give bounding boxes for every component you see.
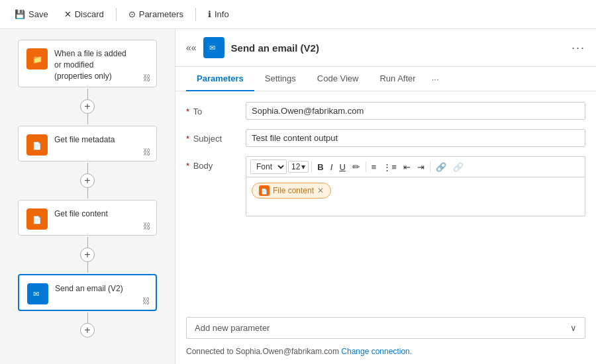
add-parameter-row[interactable]: Add new parameter ∨ bbox=[186, 317, 585, 339]
unordered-list-button[interactable]: ≡ bbox=[369, 161, 379, 173]
parameters-form: * To * Subject * Body bbox=[175, 91, 596, 317]
divider-3 bbox=[430, 161, 430, 172]
panel-header-left: «« ✉ Send an email (V2) bbox=[186, 37, 319, 58]
line-2 bbox=[87, 163, 88, 173]
action-icon: ✉ bbox=[203, 37, 224, 58]
svg-text:📁: 📁 bbox=[32, 54, 42, 64]
line-2b bbox=[87, 188, 88, 199]
line-3b bbox=[87, 262, 88, 273]
underline-button[interactable]: U bbox=[336, 161, 348, 173]
save-icon: 💾 bbox=[15, 9, 25, 19]
main-layout: 📁 When a file is addedor modified(proper… bbox=[0, 29, 596, 364]
tab-settings[interactable]: Settings bbox=[254, 67, 307, 91]
token-close-button[interactable]: ✕ bbox=[317, 186, 324, 195]
connection-info: Connected to Sophia.Owen@fabrikam.com Ch… bbox=[175, 347, 596, 364]
parameters-icon: ⊙ bbox=[128, 9, 136, 19]
token-icon: 📄 bbox=[259, 185, 270, 196]
content-link: ⛓ bbox=[143, 222, 151, 231]
toolbar-divider-2 bbox=[195, 8, 196, 21]
line-1b bbox=[87, 114, 88, 124]
connector-3: + bbox=[80, 237, 95, 273]
font-size-dropdown-icon[interactable]: ▾ bbox=[301, 162, 305, 171]
node-trigger[interactable]: 📁 When a file is addedor modified(proper… bbox=[18, 40, 157, 87]
add-step-1[interactable]: + bbox=[80, 99, 95, 114]
ordered-list-button[interactable]: ⋮≡ bbox=[380, 161, 399, 173]
subject-label: * Subject bbox=[186, 129, 246, 144]
content-label: Get file content bbox=[54, 208, 108, 220]
body-label: * Body bbox=[186, 156, 246, 171]
connector-2: + bbox=[80, 163, 95, 199]
token-label: File content bbox=[273, 186, 314, 195]
connection-email: Sophia.Owen@fabrikam.com bbox=[236, 347, 339, 356]
add-step-4[interactable]: + bbox=[80, 323, 95, 338]
tab-parameters[interactable]: Parameters bbox=[186, 67, 254, 91]
add-step-3[interactable]: + bbox=[80, 248, 95, 262]
file-content-token: 📄 File content ✕ bbox=[252, 183, 331, 199]
link-button[interactable]: 🔗 bbox=[433, 161, 449, 173]
italic-button[interactable]: I bbox=[328, 161, 336, 173]
divider-2 bbox=[366, 161, 366, 172]
tab-run-after[interactable]: Run After bbox=[369, 67, 426, 91]
svg-text:📄: 📄 bbox=[261, 188, 268, 195]
panel-header: «« ✉ Send an email (V2) ··· bbox=[175, 29, 596, 67]
add-parameter-chevron: ∨ bbox=[570, 323, 577, 333]
metadata-icon: 📄 bbox=[26, 134, 48, 156]
indent-right-button[interactable]: ⇥ bbox=[415, 161, 427, 173]
email-icon: ✉ bbox=[27, 283, 48, 304]
right-panel: «« ✉ Send an email (V2) ··· Parameters S… bbox=[175, 29, 596, 364]
node-content[interactable]: 📄 Get file content ⛓ bbox=[18, 200, 157, 236]
svg-text:✉: ✉ bbox=[209, 44, 215, 52]
to-row: * To bbox=[186, 102, 585, 120]
metadata-label: Get file metadata bbox=[54, 134, 115, 146]
trigger-icon: 📁 bbox=[26, 48, 48, 69]
discard-icon: ✕ bbox=[64, 9, 72, 19]
font-size-value: 12 bbox=[291, 162, 300, 171]
line-3 bbox=[87, 237, 88, 248]
add-parameter-label: Add new parameter bbox=[195, 323, 270, 333]
indent-left-button[interactable]: ⇤ bbox=[401, 161, 413, 173]
toolbar: 💾 Save ✕ Discard ⊙ Parameters ℹ Info bbox=[0, 0, 596, 29]
body-editor: Font 12 ▾ B I U ✏ ≡ ⋮≡ bbox=[246, 156, 585, 216]
discard-button[interactable]: ✕ Discard bbox=[58, 7, 111, 22]
trigger-link: ⛓ bbox=[143, 73, 151, 83]
email-label: Send an email (V2) bbox=[55, 283, 123, 295]
left-panel: 📁 When a file is addedor modified(proper… bbox=[0, 29, 175, 364]
font-size-control: 12 ▾ bbox=[288, 161, 309, 173]
save-button[interactable]: 💾 Save bbox=[8, 7, 55, 22]
font-select[interactable]: Font bbox=[250, 159, 287, 174]
email-link: ⛓ bbox=[142, 296, 150, 306]
editor-body[interactable]: 📄 File content ✕ bbox=[246, 177, 585, 216]
info-button[interactable]: ℹ Info bbox=[201, 7, 236, 22]
parameters-button[interactable]: ⊙ Parameters bbox=[122, 7, 190, 22]
collapse-icon[interactable]: «« bbox=[186, 42, 197, 53]
tab-more-icon[interactable]: ··· bbox=[426, 68, 444, 91]
tab-code-view[interactable]: Code View bbox=[307, 67, 370, 91]
svg-text:✉: ✉ bbox=[33, 290, 39, 298]
add-step-2[interactable]: + bbox=[80, 173, 95, 188]
unlink-button[interactable]: 🔗 bbox=[450, 161, 466, 173]
line-4 bbox=[87, 312, 88, 323]
trigger-label: When a file is addedor modified(properti… bbox=[54, 48, 126, 81]
connector-4: + bbox=[80, 312, 95, 338]
node-metadata[interactable]: 📄 Get file metadata ⛓ bbox=[18, 126, 157, 161]
metadata-link: ⛓ bbox=[143, 148, 151, 157]
panel-title: Send an email (V2) bbox=[231, 42, 319, 54]
to-label: * To bbox=[186, 102, 246, 116]
pen-button[interactable]: ✏ bbox=[350, 160, 363, 173]
svg-text:📄: 📄 bbox=[32, 215, 42, 224]
line-1 bbox=[87, 89, 88, 99]
subject-input[interactable] bbox=[246, 129, 585, 147]
info-icon: ℹ bbox=[208, 9, 211, 19]
content-icon: 📄 bbox=[26, 208, 48, 230]
subject-row: * Subject bbox=[186, 129, 585, 147]
panel-tabs: Parameters Settings Code View Run After … bbox=[175, 67, 596, 91]
connector-1: + bbox=[80, 89, 95, 124]
panel-more-icon[interactable]: ··· bbox=[571, 41, 585, 55]
to-input[interactable] bbox=[246, 102, 585, 120]
body-row: * Body Font 12 ▾ B bbox=[186, 156, 585, 216]
bold-button[interactable]: B bbox=[315, 161, 326, 173]
node-email[interactable]: ✉ Send an email (V2) ⛓ bbox=[18, 274, 157, 311]
divider-1 bbox=[311, 161, 312, 172]
change-connection-link[interactable]: Change connection. bbox=[341, 347, 412, 356]
toolbar-divider bbox=[116, 8, 117, 21]
